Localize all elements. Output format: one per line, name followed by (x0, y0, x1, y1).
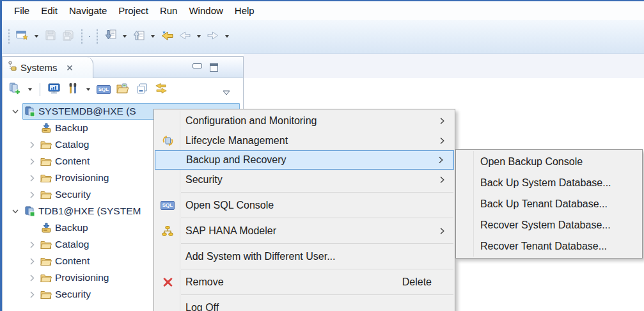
menu-item-back-up-system-database[interactable]: Back Up System Database... (456, 172, 642, 193)
chevron-right-icon[interactable] (27, 141, 37, 148)
tree-item-label: Catalog (55, 239, 89, 250)
system-context-menu: Configuration and Monitoring Lifecycle M… (153, 109, 455, 311)
configure-system-button[interactable] (65, 81, 81, 98)
menu-project[interactable]: Project (113, 3, 154, 18)
menu-help[interactable]: Help (229, 3, 260, 18)
close-icon[interactable] (67, 65, 73, 71)
new-wizard-button[interactable] (15, 28, 30, 45)
menu-item-lifecycle-management[interactable]: Lifecycle Management (154, 131, 455, 150)
chevron-down-icon[interactable] (10, 109, 20, 114)
last-edit-location-button[interactable] (159, 28, 175, 45)
menu-item-add-system-different-user[interactable]: Add System with Different User... (154, 246, 455, 266)
save-all-button[interactable] (61, 28, 76, 45)
tree-item-label: Content (55, 255, 90, 267)
chevron-right-icon[interactable] (27, 241, 37, 248)
open-folder-button[interactable] (115, 81, 130, 98)
chevron-right-icon[interactable] (27, 158, 37, 165)
add-system-button[interactable] (7, 81, 22, 98)
menu-file[interactable]: File (8, 3, 35, 18)
backup-recovery-submenu: Open Backup Console Back Up System Datab… (455, 149, 643, 259)
tree-item-label: TDB1@HXE (SYSTEM (38, 205, 141, 217)
import-icon (105, 29, 116, 44)
menu-item-label: Recover System Database... (480, 219, 611, 231)
toolbar-separator (40, 83, 40, 96)
database-system-icon (24, 106, 35, 117)
folder-icon (40, 290, 52, 299)
menu-item-log-off[interactable]: Log Off (154, 298, 455, 311)
systems-view-icon (8, 61, 17, 74)
sql-icon: SQL (158, 201, 177, 210)
view-tab-strip: Systems (3, 57, 243, 78)
back-dropdown-icon[interactable] (197, 35, 201, 38)
tree-item-label: Catalog (55, 139, 89, 150)
last-edit-location-icon (161, 30, 173, 44)
import-button[interactable] (103, 28, 118, 45)
chevron-right-icon[interactable] (27, 275, 37, 282)
chevron-right-icon[interactable] (27, 175, 37, 182)
menu-run[interactable]: Run (154, 3, 184, 18)
menu-item-label: Log Off (185, 302, 219, 311)
export-dropdown-icon[interactable] (151, 35, 155, 38)
editor-area (244, 54, 644, 78)
chevron-right-icon[interactable] (27, 191, 37, 198)
menu-item-label: Back Up System Database... (480, 177, 611, 189)
minimize-view-icon[interactable] (192, 63, 202, 68)
menu-edit[interactable]: Edit (35, 3, 63, 18)
configure-dropdown-icon[interactable] (86, 88, 90, 91)
menu-item-label: Open SQL Console (185, 200, 274, 211)
back-button[interactable] (177, 28, 192, 45)
export-button[interactable] (131, 28, 146, 45)
import-dropdown-icon[interactable] (123, 35, 127, 38)
tree-item-label: Security (55, 189, 91, 200)
menu-item-label: Recover Tenant Database... (480, 241, 607, 252)
add-system-dropdown-icon[interactable] (28, 88, 32, 91)
tree-item-label: Content (55, 156, 90, 167)
menu-item-recover-tenant-database[interactable]: Recover Tenant Database... (456, 235, 642, 257)
forward-dropdown-icon[interactable] (225, 35, 229, 38)
maximize-view-icon[interactable] (210, 63, 218, 72)
back-arrow-icon (179, 31, 191, 43)
menu-navigate[interactable]: Navigate (63, 3, 113, 18)
menu-item-configuration-and-monitoring[interactable]: Configuration and Monitoring (154, 111, 455, 131)
menu-item-open-backup-console[interactable]: Open Backup Console (456, 151, 642, 172)
modeler-icon (158, 225, 177, 237)
forward-button[interactable] (205, 28, 221, 45)
menu-item-sap-hana-modeler[interactable]: SAP HANA Modeler (154, 221, 455, 241)
new-wizard-dropdown-icon[interactable] (35, 35, 38, 38)
chevron-down-icon[interactable] (10, 209, 20, 214)
submenu-arrow-icon (440, 227, 444, 235)
toolbar-grip[interactable] (96, 29, 98, 44)
submenu-arrow-icon (440, 137, 444, 145)
forward-arrow-icon (207, 31, 219, 43)
view-menu-button[interactable] (223, 86, 230, 98)
menu-item-recover-system-database[interactable]: Recover System Database... (456, 214, 642, 235)
collapse-all-button[interactable] (134, 81, 150, 98)
chevron-right-icon[interactable] (27, 291, 37, 298)
tree-item-label: Backup (55, 122, 88, 134)
link-with-editor-button[interactable] (153, 81, 169, 98)
menu-item-back-up-tenant-database[interactable]: Back Up Tenant Database... (456, 193, 642, 214)
menu-item-remove[interactable]: Remove Delete (154, 272, 455, 292)
lifecycle-icon (158, 134, 177, 147)
menu-item-open-sql-console[interactable]: SQL Open SQL Console (154, 195, 455, 215)
backup-icon (40, 123, 52, 134)
open-folder-icon (116, 83, 129, 97)
toolbar-grip[interactable] (8, 29, 10, 44)
tab-systems[interactable]: Systems (3, 57, 93, 78)
folder-icon (40, 240, 52, 250)
toolbar-grip[interactable] (81, 29, 83, 44)
menu-item-label: Backup and Recovery (186, 154, 287, 166)
menu-item-security[interactable]: Security (154, 170, 455, 189)
chevron-right-icon[interactable] (27, 258, 37, 265)
tree-item-label: SYSTEMDB@HXE (S (38, 106, 136, 117)
export-icon (133, 29, 145, 44)
menu-item-label: Add System with Different User... (185, 251, 335, 262)
menu-item-backup-and-recovery[interactable]: Backup and Recovery (155, 150, 454, 170)
menu-window[interactable]: Window (183, 3, 228, 18)
menu-item-label: Lifecycle Management (185, 135, 288, 147)
folder-icon (40, 157, 52, 166)
open-sql-console-button[interactable]: SQL (96, 81, 111, 98)
database-system-icon (24, 206, 35, 217)
administration-console-button[interactable] (46, 81, 61, 98)
save-button[interactable] (43, 28, 58, 45)
